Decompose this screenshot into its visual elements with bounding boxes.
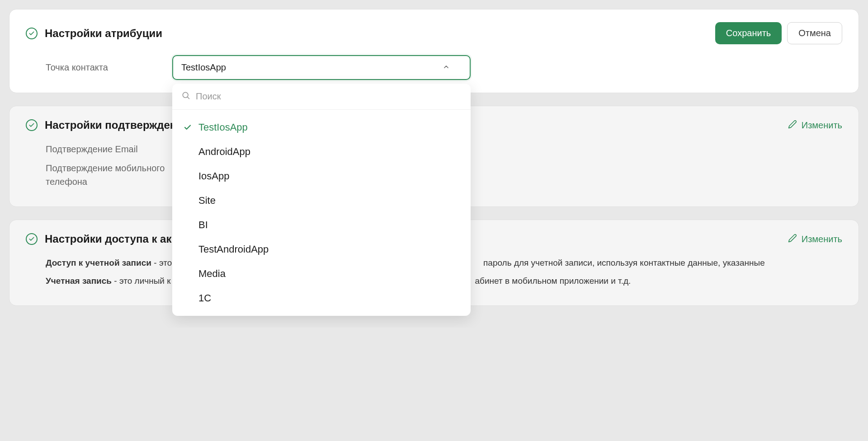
dropdown-option-label: BI	[198, 219, 208, 231]
desc-text-part: - это личный к	[112, 276, 170, 286]
check-icon	[183, 123, 192, 131]
dropdown-option[interactable]: IosApp	[172, 164, 471, 188]
dropdown-option[interactable]: Media	[172, 262, 471, 286]
dropdown-option[interactable]: Site	[172, 188, 471, 213]
card-title-wrap: Настройки доступа к акк	[26, 233, 177, 245]
search-icon	[181, 91, 190, 102]
card-title: Настройки доступа к акк	[45, 233, 177, 245]
check-circle-icon	[26, 28, 38, 39]
desc-text-part: - это	[151, 258, 172, 267]
dropdown-option-label: 1C	[198, 292, 211, 304]
dropdown-list[interactable]: TestIosAppAndroidAppIosAppSiteBITestAndr…	[172, 110, 471, 316]
card-title-wrap: Настройки атрибуции	[26, 27, 162, 40]
dropdown-option-label: AndroidApp	[198, 146, 250, 158]
check-circle-icon	[26, 119, 38, 131]
dropdown-option[interactable]: TestIosApp	[172, 115, 471, 140]
confirmation-row: Подтверждение мобильного телефона	[46, 161, 172, 188]
dropdown-option-label: Site	[198, 195, 216, 206]
svg-point-0	[183, 92, 188, 98]
chevron-up-icon	[443, 62, 450, 73]
attribution-settings-card: Настройки атрибуции Сохранить Отмена Точ…	[9, 9, 859, 93]
card-title: Настройки подтвержден	[45, 119, 176, 131]
desc-text-part: пароль для учетной записи, используя кон…	[481, 258, 765, 267]
card-actions: Сохранить Отмена	[715, 22, 842, 44]
pencil-icon	[788, 120, 797, 131]
contact-point-dropdown: TestIosAppAndroidAppIosAppSiteBITestAndr…	[172, 84, 471, 316]
dropdown-option-label: Media	[198, 268, 226, 280]
dropdown-option-label: IosApp	[198, 170, 230, 182]
contact-point-label: Точка контакта	[46, 62, 145, 73]
pencil-icon	[788, 234, 797, 245]
dropdown-option[interactable]: AndroidApp	[172, 140, 471, 164]
dropdown-option-label: TestAndroidApp	[198, 244, 269, 255]
check-circle-icon	[26, 233, 38, 245]
edit-button[interactable]: Изменить	[788, 234, 842, 245]
desc-bold: Доступ к учетной записи	[46, 258, 151, 267]
contact-point-select-wrap: TestIosApp TestIosAppAndroidAppIosAppSit…	[172, 55, 471, 80]
dropdown-option[interactable]: BI	[172, 213, 471, 237]
dropdown-search-row	[172, 84, 471, 110]
cancel-button[interactable]: Отмена	[787, 22, 842, 44]
dropdown-option[interactable]: 1C	[172, 286, 471, 310]
contact-point-select[interactable]: TestIosApp	[172, 55, 471, 80]
dropdown-option-label: TestIosApp	[198, 122, 248, 133]
desc-text-part: абинет в мобильном приложении и т.д.	[475, 276, 631, 286]
selected-value: TestIosApp	[181, 62, 226, 73]
card-header: Настройки атрибуции Сохранить Отмена	[26, 22, 842, 44]
edit-button[interactable]: Изменить	[788, 120, 842, 131]
card-title-wrap: Настройки подтвержден	[26, 119, 176, 131]
svg-line-1	[188, 97, 189, 99]
edit-label: Изменить	[802, 234, 842, 244]
save-button[interactable]: Сохранить	[715, 22, 782, 44]
edit-label: Изменить	[802, 120, 842, 131]
desc-bold: Учетная запись	[46, 276, 112, 286]
dropdown-search-input[interactable]	[196, 91, 462, 102]
card-title: Настройки атрибуции	[45, 27, 162, 40]
contact-point-row: Точка контакта TestIosApp TestIosAppAndr…	[26, 55, 842, 80]
dropdown-option[interactable]: TestAndroidApp	[172, 237, 471, 262]
